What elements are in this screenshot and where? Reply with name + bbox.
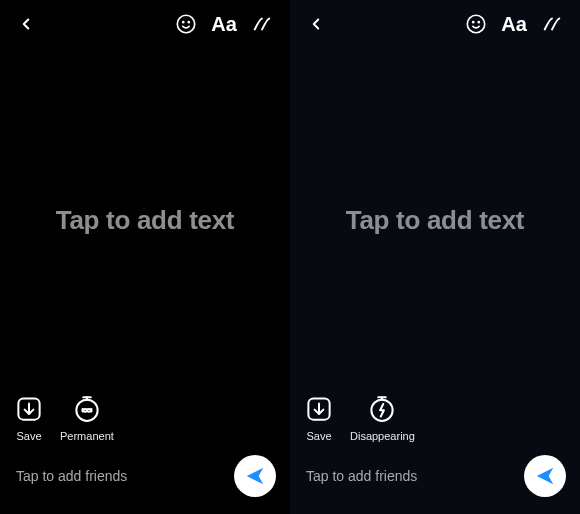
download-icon xyxy=(12,392,46,426)
duration-label: Disappearing xyxy=(350,430,415,442)
back-button[interactable] xyxy=(300,8,332,40)
duration-label: Permanent xyxy=(60,430,114,442)
infinity-timer-icon xyxy=(70,392,104,426)
save-button[interactable]: Save xyxy=(12,392,46,442)
panel-permanent: Aa Tap to add text Save Permanent Tap to… xyxy=(0,0,290,514)
top-bar: Aa xyxy=(290,0,580,48)
emoji-icon[interactable] xyxy=(170,8,202,40)
duration-button[interactable]: Permanent xyxy=(60,392,114,442)
text-tool[interactable]: Aa xyxy=(498,8,530,40)
text-canvas[interactable]: Tap to add text xyxy=(290,48,580,392)
svg-point-10 xyxy=(478,22,479,23)
save-label: Save xyxy=(306,430,331,442)
svg-point-1 xyxy=(183,22,184,23)
send-icon xyxy=(534,465,556,487)
text-placeholder: Tap to add text xyxy=(346,205,524,236)
svg-point-9 xyxy=(473,22,474,23)
send-icon xyxy=(244,465,266,487)
add-friends-button[interactable]: Tap to add friends xyxy=(16,468,234,484)
text-canvas[interactable]: Tap to add text xyxy=(0,48,290,392)
send-button[interactable] xyxy=(524,455,566,497)
action-row: Save Disappearing xyxy=(290,392,580,452)
draw-icon[interactable] xyxy=(246,8,278,40)
duration-button[interactable]: Disappearing xyxy=(350,392,415,442)
text-placeholder: Tap to add text xyxy=(56,205,234,236)
add-friends-button[interactable]: Tap to add friends xyxy=(306,468,524,484)
bottom-bar: Tap to add friends xyxy=(290,452,580,514)
draw-icon[interactable] xyxy=(536,8,568,40)
bolt-timer-icon xyxy=(365,392,399,426)
panel-disappearing: Aa Tap to add text Save Disappearing Tap… xyxy=(290,0,580,514)
emoji-icon[interactable] xyxy=(460,8,492,40)
svg-point-8 xyxy=(467,15,484,32)
top-bar: Aa xyxy=(0,0,290,48)
save-button[interactable]: Save xyxy=(302,392,336,442)
send-button[interactable] xyxy=(234,455,276,497)
back-button[interactable] xyxy=(10,8,42,40)
download-icon xyxy=(302,392,336,426)
action-row: Save Permanent xyxy=(0,392,290,452)
svg-point-2 xyxy=(188,22,189,23)
bottom-bar: Tap to add friends xyxy=(0,452,290,514)
svg-point-0 xyxy=(177,15,194,32)
save-label: Save xyxy=(16,430,41,442)
text-tool[interactable]: Aa xyxy=(208,8,240,40)
